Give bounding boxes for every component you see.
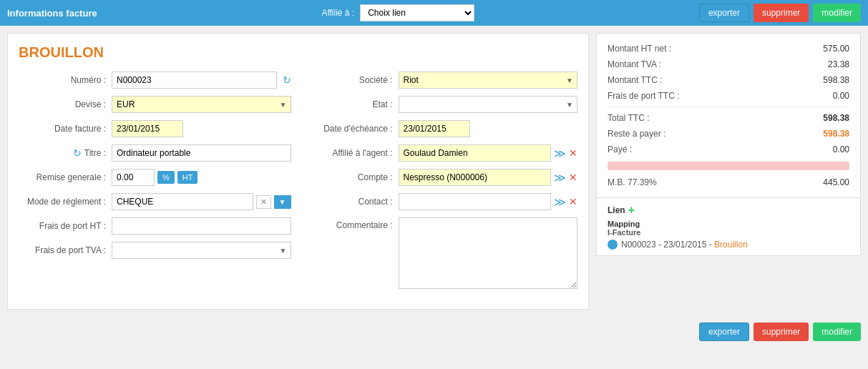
- export-button-top[interactable]: exporter: [699, 4, 749, 22]
- devise-label: Devise :: [19, 99, 112, 109]
- affilie-agent-down-button[interactable]: ≫: [554, 147, 566, 160]
- top-bar-actions: exporter supprimer modifier: [699, 4, 861, 22]
- paye-row: Payé : 0.00: [608, 142, 849, 157]
- numero-label: Numéro :: [19, 75, 112, 85]
- lien-add-button[interactable]: +: [628, 204, 635, 217]
- lien-text: N000023 - 23/01/2015 - Brouillon: [621, 240, 748, 250]
- mode-reglement-input[interactable]: CHEQUE: [112, 193, 253, 210]
- mode-reglement-clear-button[interactable]: ✕: [256, 195, 271, 209]
- titre-label: ↻ Titre :: [19, 147, 112, 159]
- frais-port-value: 0.00: [833, 91, 849, 101]
- supprimer-button-bottom[interactable]: supprimer: [754, 323, 809, 341]
- date-facture-input[interactable]: 23/01/2015: [112, 120, 183, 137]
- mapping-label: Mapping: [608, 220, 849, 228]
- bottom-bar: exporter supprimer modifier: [0, 317, 868, 347]
- lien-info-icon: [608, 240, 618, 250]
- montant-tva-value: 23.38: [828, 59, 849, 69]
- etat-label: Etat :: [306, 99, 399, 109]
- reste-payer-row: Reste à payer : 598.38: [608, 126, 849, 142]
- frais-port-tva-select[interactable]: [112, 242, 291, 259]
- percent-button[interactable]: %: [157, 171, 175, 184]
- modifier-button-bottom[interactable]: modifier: [813, 323, 861, 341]
- devise-row: Devise : EUR ▼: [19, 96, 291, 113]
- top-bar: Informations facture Affilié à : Choix l…: [0, 0, 868, 26]
- titre-refresh-icon[interactable]: ↻: [73, 147, 82, 159]
- compte-clear-button[interactable]: ✕: [569, 172, 577, 183]
- date-echeance-label: Date d'échéance :: [306, 124, 399, 134]
- contact-input[interactable]: [399, 193, 552, 210]
- etat-select[interactable]: [399, 96, 578, 113]
- frais-port-ht-input[interactable]: [112, 217, 291, 235]
- form-grid: Numéro : N000023 ↻ Devise : EUR ▼: [19, 72, 577, 298]
- total-ttc-label: Total TTC :: [608, 113, 649, 123]
- montant-ttc-label: Montant TTC :: [608, 75, 662, 85]
- lien-item: N000023 - 23/01/2015 - Brouillon: [608, 240, 849, 250]
- date-echeance-row: Date d'échéance : 23/01/2015: [306, 120, 578, 137]
- montant-ht-value: 575.00: [823, 44, 849, 54]
- montant-ht-label: Montant HT net :: [608, 44, 671, 54]
- lien-label: Lien: [608, 205, 625, 215]
- lien-header: Lien +: [608, 204, 849, 217]
- montant-ttc-value: 598.38: [823, 75, 849, 85]
- affilie-agent-input[interactable]: Goulaud Damien: [399, 144, 552, 162]
- societe-select[interactable]: Riot: [399, 72, 578, 89]
- left-panel: BROUILLON Numéro : N000023 ↻ Devise :: [7, 33, 589, 310]
- numero-input[interactable]: N000023: [112, 72, 277, 89]
- societe-label: Société :: [306, 75, 399, 85]
- compte-input[interactable]: Nespresso (N000006): [399, 169, 552, 186]
- contact-label: Contact :: [306, 197, 399, 207]
- contact-row: Contact : ≫ ✕: [306, 193, 578, 210]
- remise-label: Remise generale :: [19, 172, 112, 182]
- supprimer-button-top[interactable]: supprimer: [754, 4, 809, 22]
- reste-payer-label: Reste à payer :: [608, 129, 665, 139]
- progress-bar: [608, 162, 849, 170]
- mode-reglement-dropdown-button[interactable]: ▼: [274, 195, 291, 209]
- frais-port-ht-row: Frais de port HT :: [19, 217, 291, 235]
- remise-input[interactable]: 0.00: [112, 169, 155, 186]
- compte-down-button[interactable]: ≫: [554, 171, 566, 184]
- export-button-bottom[interactable]: exporter: [699, 323, 749, 341]
- montant-tva-row: Montant TVA : 23.38: [608, 56, 849, 72]
- remise-row: Remise generale : 0.00 % HT: [19, 169, 291, 186]
- refresh-icon[interactable]: ↻: [283, 74, 291, 86]
- main-content: BROUILLON Numéro : N000023 ↻ Devise :: [0, 26, 868, 317]
- divider: [608, 107, 849, 107]
- affilie-agent-label: Affilié à l'agent :: [306, 148, 399, 158]
- contact-down-button[interactable]: ≫: [554, 195, 566, 209]
- commentaire-label: Commentaire :: [306, 217, 399, 230]
- brouillon-title: BROUILLON: [19, 44, 577, 61]
- reste-payer-value: 598.38: [823, 129, 849, 139]
- commentaire-textarea[interactable]: [399, 217, 578, 289]
- mode-reglement-label: Mode de réglement :: [19, 197, 112, 207]
- page-title: Informations facture: [7, 8, 97, 19]
- titre-row: ↻ Titre : Ordinateur portable: [19, 144, 291, 162]
- mb-value: 445.00: [823, 177, 849, 187]
- summary-box: Montant HT net : 575.00 Montant TVA : 23…: [596, 33, 861, 198]
- mode-reglement-row: Mode de réglement : CHEQUE ✕ ▼: [19, 193, 291, 210]
- montant-tva-label: Montant TVA :: [608, 59, 661, 69]
- commentaire-row: Commentaire :: [306, 217, 578, 291]
- total-ttc-row: Total TTC : 598.38: [608, 110, 849, 126]
- montant-ttc-row: Montant TTC : 598.38: [608, 72, 849, 88]
- lien-section: Lien + Mapping I-Facture N000023 - 23/01…: [596, 198, 861, 256]
- total-ttc-value: 598.38: [823, 113, 849, 123]
- form-col-left: Numéro : N000023 ↻ Devise : EUR ▼: [19, 72, 291, 298]
- ht-button[interactable]: HT: [177, 171, 198, 184]
- affilie-select[interactable]: Choix lien: [360, 4, 474, 21]
- compte-label: Compte :: [306, 172, 399, 182]
- affilie-agent-clear-button[interactable]: ✕: [569, 147, 577, 159]
- compte-row: Compte : Nespresso (N000006) ≫ ✕: [306, 169, 578, 186]
- affilie-agent-row: Affilié à l'agent : Goulaud Damien ≫ ✕: [306, 144, 578, 162]
- contact-clear-button[interactable]: ✕: [569, 196, 577, 207]
- devise-select[interactable]: EUR: [112, 96, 291, 113]
- paye-label: Payé :: [608, 144, 632, 154]
- frais-port-tva-row: Frais de port TVA : ▼: [19, 242, 291, 259]
- date-facture-label: Date facture :: [19, 124, 112, 134]
- frais-port-ht-label: Frais de port HT :: [19, 221, 112, 231]
- titre-input[interactable]: Ordinateur portable: [112, 144, 291, 162]
- modifier-button-top[interactable]: modifier: [813, 4, 861, 22]
- mb-row: M.B. 77.39% 445.00: [608, 174, 849, 190]
- affilie-section: Affilié à : Choix lien: [97, 4, 699, 21]
- societe-row: Société : Riot ▼: [306, 72, 578, 89]
- date-echeance-input[interactable]: 23/01/2015: [399, 120, 470, 137]
